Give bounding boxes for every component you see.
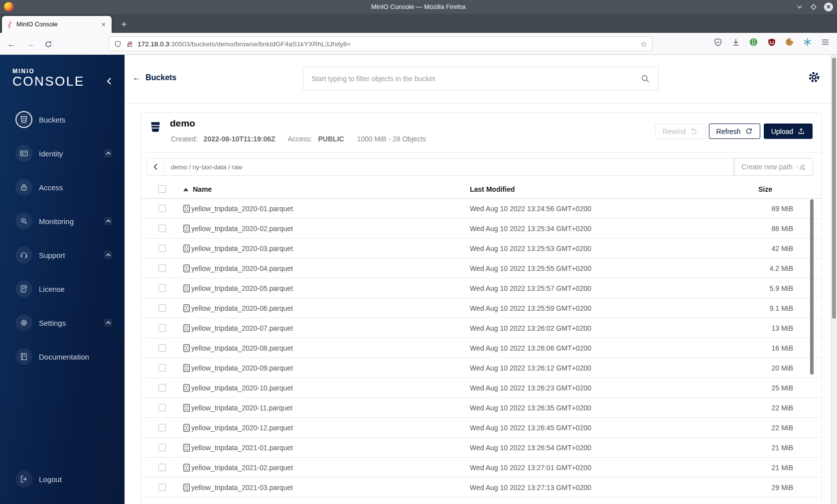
- row-checkbox[interactable]: [158, 404, 166, 411]
- object-size: 4.2 MiB: [770, 264, 793, 272]
- object-name[interactable]: yellow_tripdata_2020-09.parquet: [191, 364, 293, 372]
- upload-button[interactable]: Upload: [764, 124, 813, 139]
- cookie-icon[interactable]: [785, 37, 794, 47]
- tab-close-icon[interactable]: ×: [100, 20, 108, 28]
- select-all-checkbox[interactable]: [158, 185, 166, 193]
- object-name[interactable]: yellow_tripdata_2020-10.parquet: [191, 384, 293, 392]
- object-name[interactable]: yellow_tripdata_2021-02.parquet: [191, 464, 293, 472]
- sidebar-item-logout[interactable]: Logout: [0, 471, 125, 488]
- table-row[interactable]: yellow_tripdata_2021-02.parquetWed Aug 1…: [141, 458, 822, 478]
- sidebar-item-access[interactable]: Access: [0, 179, 125, 196]
- table-row[interactable]: yellow_tripdata_2020-01.parquetWed Aug 1…: [141, 199, 822, 219]
- browser-tab-minio-console[interactable]: MinIO Console ×: [2, 16, 112, 33]
- row-checkbox[interactable]: [158, 424, 166, 431]
- sidebar-collapse-icon[interactable]: [103, 75, 116, 88]
- object-name[interactable]: yellow_tripdata_2020-06.parquet: [191, 304, 293, 312]
- search-input[interactable]: [311, 75, 640, 83]
- chevron-up-icon[interactable]: [104, 217, 112, 225]
- row-checkbox[interactable]: [158, 384, 166, 391]
- bookmark-star-icon[interactable]: ☆: [640, 39, 647, 49]
- sidebar-item-buckets[interactable]: Buckets: [0, 111, 125, 128]
- row-checkbox[interactable]: [158, 464, 166, 471]
- browser-forward-button[interactable]: →: [24, 38, 37, 51]
- object-name[interactable]: yellow_tripdata_2020-03.parquet: [191, 245, 293, 252]
- table-row[interactable]: yellow_tripdata_2020-08.parquetWed Aug 1…: [141, 338, 822, 358]
- row-checkbox[interactable]: [158, 205, 166, 212]
- browser-back-button[interactable]: ←: [5, 38, 18, 51]
- menu-icon[interactable]: [821, 37, 830, 47]
- window-minimize-icon[interactable]: [796, 3, 803, 10]
- sidebar-item-settings[interactable]: Settings: [0, 314, 125, 331]
- row-checkbox[interactable]: [158, 444, 166, 451]
- object-name[interactable]: yellow_tripdata_2020-08.parquet: [191, 344, 293, 352]
- sidebar-item-documentation[interactable]: Documentation: [0, 348, 125, 365]
- object-name[interactable]: yellow_tripdata_2020-02.parquet: [191, 225, 293, 233]
- chevron-up-icon[interactable]: [104, 319, 112, 327]
- tracking-protection-shield-icon[interactable]: [114, 40, 122, 48]
- path-back-button[interactable]: [147, 158, 164, 175]
- chevron-up-icon[interactable]: [104, 251, 112, 259]
- table-row[interactable]: yellow_tripdata_2021-03.parquetWed Aug 1…: [141, 478, 822, 498]
- browser-reload-button[interactable]: [42, 38, 55, 51]
- download-icon[interactable]: [731, 37, 740, 47]
- table-row[interactable]: yellow_tripdata_2020-02.parquetWed Aug 1…: [141, 219, 822, 239]
- row-checkbox[interactable]: [158, 225, 166, 232]
- object-name[interactable]: yellow_tripdata_2020-07.parquet: [191, 324, 293, 332]
- column-header-last-modified[interactable]: Last Modified: [470, 185, 515, 193]
- object-name[interactable]: yellow_tripdata_2021-03.parquet: [191, 484, 293, 492]
- object-size: 9.1 MiB: [770, 304, 793, 312]
- table-row[interactable]: yellow_tripdata_2020-04.parquetWed Aug 1…: [141, 258, 822, 278]
- row-checkbox[interactable]: [158, 245, 166, 252]
- sidebar-item-support[interactable]: Support: [0, 247, 125, 263]
- window-maximize-icon[interactable]: [810, 3, 817, 10]
- object-name[interactable]: yellow_tripdata_2021-01.parquet: [191, 444, 293, 452]
- table-row[interactable]: yellow_tripdata_2020-09.parquetWed Aug 1…: [141, 358, 822, 378]
- tab-favicon-minio: [6, 21, 12, 28]
- row-checkbox[interactable]: [158, 344, 166, 352]
- row-checkbox[interactable]: [158, 484, 166, 491]
- breadcrumb[interactable]: demo / ny-taxi-data / raw: [171, 163, 242, 171]
- object-name[interactable]: yellow_tripdata_2020-04.parquet: [191, 264, 293, 272]
- sort-ascending-icon[interactable]: [183, 188, 188, 191]
- table-scrollbar-thumb[interactable]: [810, 199, 814, 375]
- table-row[interactable]: yellow_tripdata_2021-01.parquetWed Aug 1…: [141, 438, 822, 458]
- shield-check-icon[interactable]: [713, 37, 722, 47]
- url-bar[interactable]: 172.18.0.3:30503/buckets/demo/browse/bnk…: [109, 36, 653, 51]
- object-name[interactable]: yellow_tripdata_2020-12.parquet: [191, 424, 293, 432]
- table-row[interactable]: yellow_tripdata_2020-12.parquetWed Aug 1…: [141, 418, 822, 438]
- back-to-buckets-button[interactable]: ← Buckets: [133, 73, 176, 82]
- create-new-path-button[interactable]: Create new path: [733, 158, 813, 176]
- sidebar-item-license[interactable]: License: [0, 280, 125, 297]
- insecure-lock-icon[interactable]: [126, 40, 134, 48]
- table-row[interactable]: yellow_tripdata_2020-05.parquetWed Aug 1…: [141, 278, 822, 298]
- object-name[interactable]: yellow_tripdata_2020-05.parquet: [191, 284, 293, 292]
- sidebar-item-monitoring[interactable]: Monitoring: [0, 213, 125, 230]
- object-name[interactable]: yellow_tripdata_2020-11.parquet: [191, 404, 292, 412]
- column-header-size[interactable]: Size: [758, 185, 772, 193]
- row-checkbox[interactable]: [158, 264, 166, 272]
- table-row[interactable]: yellow_tripdata_2020-07.parquetWed Aug 1…: [141, 318, 822, 338]
- table-row[interactable]: yellow_tripdata_2020-10.parquetWed Aug 1…: [141, 378, 822, 398]
- upload-button-label: Upload: [771, 127, 793, 135]
- sidebar-item-identity[interactable]: Identity: [0, 145, 125, 162]
- ublock-origin-icon[interactable]: [767, 37, 776, 47]
- table-row[interactable]: yellow_tripdata_2020-11.parquetWed Aug 1…: [141, 398, 822, 418]
- container-asterisk-icon[interactable]: [803, 37, 812, 47]
- row-checkbox[interactable]: [158, 284, 166, 292]
- chevron-up-icon[interactable]: [104, 149, 112, 157]
- row-checkbox[interactable]: [158, 304, 166, 312]
- row-checkbox[interactable]: [158, 324, 166, 332]
- object-name[interactable]: yellow_tripdata_2020-01.parquet: [191, 205, 293, 213]
- table-row[interactable]: yellow_tripdata_2020-06.parquetWed Aug 1…: [141, 298, 822, 318]
- window-close-icon[interactable]: ✕: [824, 2, 833, 11]
- new-tab-button[interactable]: +: [118, 18, 131, 31]
- green-extension-icon[interactable]: [749, 37, 758, 47]
- column-header-name[interactable]: Name: [193, 185, 212, 193]
- table-row[interactable]: yellow_tripdata_2020-03.parquetWed Aug 1…: [141, 239, 822, 258]
- page-scrollbar-thumb[interactable]: [832, 58, 836, 319]
- refresh-button[interactable]: Refresh: [709, 124, 760, 139]
- settings-gear-icon[interactable]: [807, 70, 821, 84]
- object-last-modified: Wed Aug 10 2022 13:26:06 GMT+0200: [470, 344, 591, 352]
- row-checkbox[interactable]: [158, 364, 166, 372]
- rewind-button[interactable]: Rewind: [655, 124, 705, 139]
